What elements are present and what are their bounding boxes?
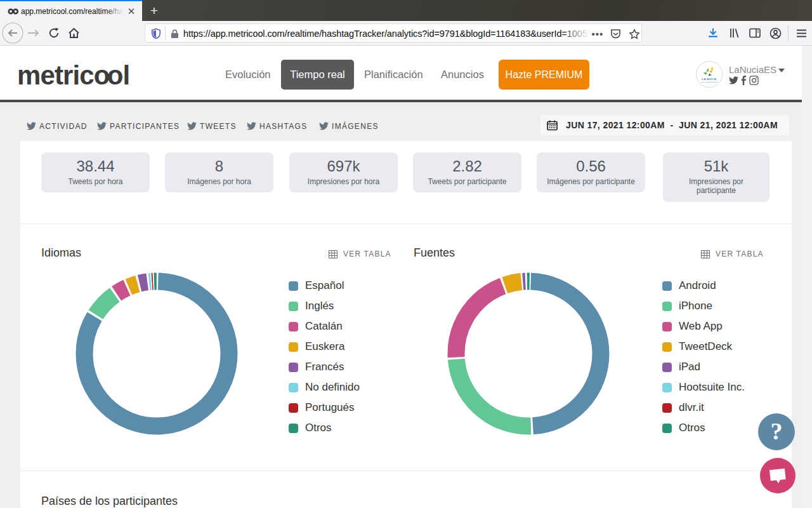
svg-text:CIUDAD DEL DEPORTE: CIUDAD DEL DEPORTE [701,81,718,83]
svg-text:LA NUCIA: LA NUCIA [702,77,716,81]
